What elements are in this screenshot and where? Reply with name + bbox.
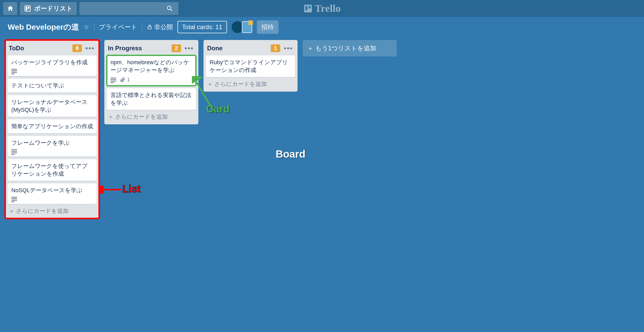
workspace-visibility[interactable]: プライベート [99,23,137,31]
card[interactable]: フレームワークを学ぶ [8,136,97,157]
total-cards-badge[interactable]: Total cards: 11 [177,21,227,33]
avatar[interactable] [242,21,252,33]
card-title: フレームワークを使ってアプリケーションを作成 [11,162,93,178]
boards-button[interactable]: ボードリスト [20,2,77,15]
list-title[interactable]: Done [207,45,268,52]
description-icon [111,78,116,82]
list-header: ToDo 8 ••• [5,43,99,55]
description-icon [11,149,17,153]
description-icon [11,69,17,73]
separator [94,23,94,31]
card[interactable]: 言語で標準とされる実装や記法を学ぶ [107,88,196,110]
card[interactable]: テストについて学ぶ [8,79,97,93]
card-title: npm、homebrewなどのパッケージマネージャーを学ぶ [111,59,192,74]
trello-logo-text: Trello [315,2,341,14]
card-title: 言語で標準とされる実装や記法を学ぶ [111,91,192,107]
list-in-progress[interactable]: In Progress 2 ••• npm、homebrewなどのパッケージマネ… [104,40,198,124]
annotation-card: Card [206,103,230,115]
card[interactable]: リレーショナルデータベース(MySQL)を学ぶ [8,95,97,117]
card-title: パッケージライブラリを作成 [11,59,93,66]
topbar: ボードリスト Trello [0,0,644,17]
svg-rect-8 [148,27,151,29]
search-icon [166,5,173,12]
add-list-button[interactable]: ＋ もう1つリストを追加 [303,40,397,56]
invite-button[interactable]: 招待 [257,20,278,34]
annotation-list-arrow [99,186,122,193]
card-title: フレームワークを学ぶ [11,139,93,147]
annotation-board: Board [276,148,306,160]
card-title: Rubyでコマンドラインアプリケーションの作成 [210,59,291,74]
board-title[interactable]: Web Developerの道 [8,22,79,33]
cards-container: npm、homebrewなどのパッケージマネージャーを学ぶ 1 言語で標準とされ… [104,55,198,110]
card-title: リレーショナルデータベース(MySQL)を学ぶ [11,98,93,114]
attachment-icon [120,77,125,83]
trello-logo[interactable]: Trello [303,2,341,14]
card[interactable]: フレームワークを使ってアプリケーションを作成 [8,159,97,181]
card[interactable]: Rubyでコマンドラインアプリケーションの作成 [206,55,295,77]
list-card-count: 2 [172,44,181,52]
cards-container: パッケージライブラリを作成 テストについて学ぶ リレーショナルデータベース(My… [5,55,99,204]
svg-line-4 [171,9,172,11]
boards-label: ボードリスト [34,4,73,13]
svg-point-3 [167,6,171,10]
list-card-count: 8 [72,44,82,52]
home-icon [7,5,14,12]
board-visibility[interactable]: 非公開 [147,23,173,31]
card-title: テストについて学ぶ [11,82,93,90]
star-button[interactable]: ☆ [84,23,89,31]
cards-container: Rubyでコマンドラインアプリケーションの作成 [204,55,298,77]
board-members[interactable] [232,21,252,33]
board-canvas: ToDo 8 ••• パッケージライブラリを作成 テストについて学ぶ リレーショ… [0,37,644,332]
list-menu-button[interactable]: ••• [184,44,195,52]
list-card-count: 1 [271,44,280,52]
card[interactable]: パッケージライブラリを作成 [8,55,97,76]
boards-icon [24,5,31,12]
home-button[interactable] [3,2,17,15]
trello-logo-icon [303,4,313,13]
svg-rect-2 [28,7,29,9]
list-title[interactable]: In Progress [108,45,169,52]
card-badges [11,197,93,201]
list-header: Done 1 ••• [204,43,298,55]
list-done[interactable]: Done 1 ••• Rubyでコマンドラインアプリケーションの作成 ＋ さらに… [204,40,298,92]
board-header: Web Developerの道 ☆ プライベート 非公開 Total cards… [0,17,644,37]
search-input[interactable] [79,2,179,15]
card-badges [11,69,93,73]
card-title: 簡単なアプリケーションの作成 [11,123,93,130]
list-title[interactable]: ToDo [9,45,70,52]
card-badges: 1 [111,77,192,83]
add-card-button[interactable]: ＋ さらにカードを追加 [104,110,198,122]
list-todo[interactable]: ToDo 8 ••• パッケージライブラリを作成 テストについて学ぶ リレーショ… [5,40,99,218]
list-menu-button[interactable]: ••• [283,44,294,52]
card-badges [11,149,93,153]
add-card-button[interactable]: ＋ さらにカードを追加 [204,77,298,89]
add-card-button[interactable]: ＋ さらにカードを追加 [5,204,99,216]
card[interactable]: npm、homebrewなどのパッケージマネージャーを学ぶ 1 [107,55,196,86]
annotation-list: List [122,183,141,195]
card[interactable]: NoSQLデータベースを学ぶ [8,183,97,204]
card[interactable]: 簡単なアプリケーションの作成 [8,119,97,133]
lock-icon [147,24,152,30]
svg-rect-6 [305,6,307,10]
description-icon [11,197,17,201]
list-menu-button[interactable]: ••• [84,44,96,52]
separator [142,23,142,31]
attachment-badge: 1 [120,77,130,83]
svg-rect-1 [26,7,27,10]
svg-rect-7 [309,6,311,9]
card-title: NoSQLデータベースを学ぶ [11,187,93,194]
svg-rect-0 [25,6,30,11]
list-header: In Progress 2 ••• [104,43,198,55]
